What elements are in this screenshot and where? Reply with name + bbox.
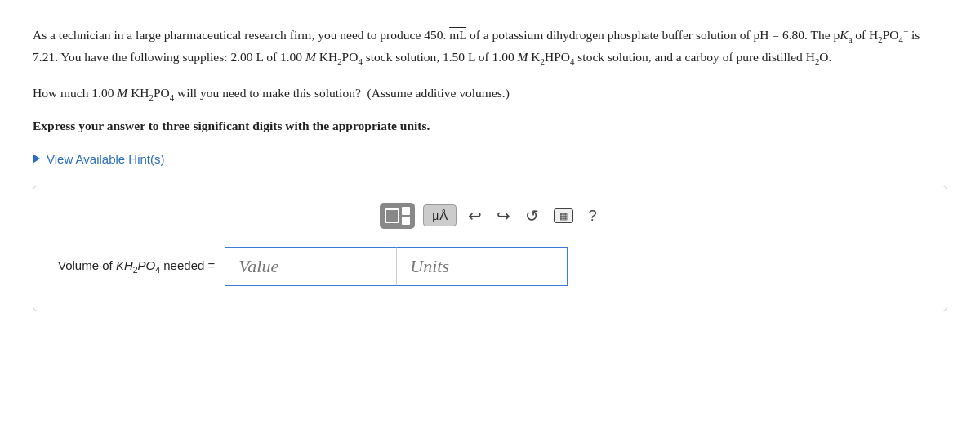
refresh-icon: ↺ — [525, 206, 539, 226]
help-button[interactable]: ? — [585, 205, 600, 226]
keyboard-icon — [554, 208, 573, 223]
problem-container: As a technician in a large pharmaceutica… — [33, 25, 947, 311]
value-input[interactable] — [225, 247, 396, 286]
toolbar-row: μÅ ↩ ↪ ↺ ? — [58, 203, 922, 229]
hint-triangle-icon — [33, 154, 40, 164]
answer-box: μÅ ↩ ↪ ↺ ? Volume of KH2PO4 needed = — [33, 186, 947, 311]
undo-icon: ↩ — [468, 206, 482, 226]
mu-a-button[interactable]: μÅ — [423, 204, 457, 226]
matrix-icon-group[interactable] — [380, 203, 415, 229]
undo-button[interactable]: ↩ — [465, 204, 485, 227]
redo-icon: ↪ — [497, 206, 510, 226]
input-row: Volume of KH2PO4 needed = — [58, 247, 922, 286]
mu-symbol: μ — [432, 209, 439, 222]
instruction-text: Express your answer to three significant… — [33, 116, 947, 135]
refresh-button[interactable]: ↺ — [522, 204, 542, 227]
sq-bottom — [402, 217, 410, 225]
hint-label: View Available Hint(s) — [47, 152, 165, 166]
square-outline-icon — [385, 208, 399, 223]
units-input[interactable] — [396, 247, 568, 286]
sq-top — [402, 207, 410, 215]
two-squares-icon — [402, 207, 410, 225]
a-symbol: Å — [439, 208, 448, 222]
keyboard-button[interactable] — [550, 207, 577, 225]
hint-toggle[interactable]: View Available Hint(s) — [33, 152, 947, 166]
problem-paragraph: As a technician in a large pharmaceutica… — [33, 25, 947, 69]
redo-button[interactable]: ↪ — [493, 204, 514, 227]
question-paragraph: How much 1.00 M KH2PO4 will you need to … — [33, 83, 947, 105]
question-mark-icon: ? — [588, 207, 597, 225]
input-label: Volume of KH2PO4 needed = — [58, 258, 215, 275]
